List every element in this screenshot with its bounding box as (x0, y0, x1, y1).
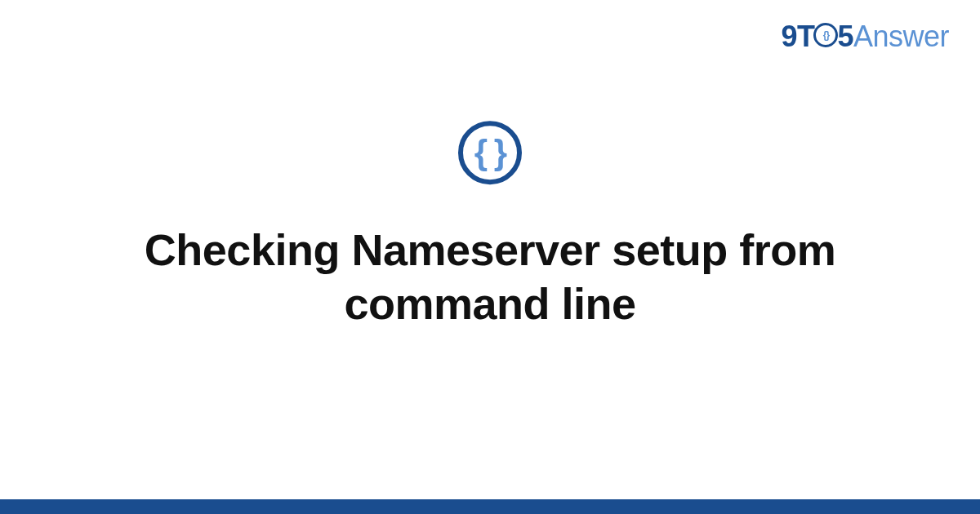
logo-ring-icon: {} (813, 23, 838, 47)
braces-glyph: { } (474, 135, 506, 170)
logo-text-9t: 9T (781, 20, 814, 54)
logo-text-answer: Answer (853, 20, 949, 54)
code-braces-icon: { } (458, 121, 522, 184)
logo-text-5: 5 (837, 20, 853, 54)
main-content: { } Checking Nameserver setup from comma… (0, 121, 980, 331)
footer-accent-bar (0, 499, 980, 514)
site-logo: 9T {} 5 Answer (781, 20, 949, 54)
page-title: Checking Nameserver setup from command l… (49, 224, 931, 331)
logo-ring-inner-braces: {} (823, 30, 829, 40)
